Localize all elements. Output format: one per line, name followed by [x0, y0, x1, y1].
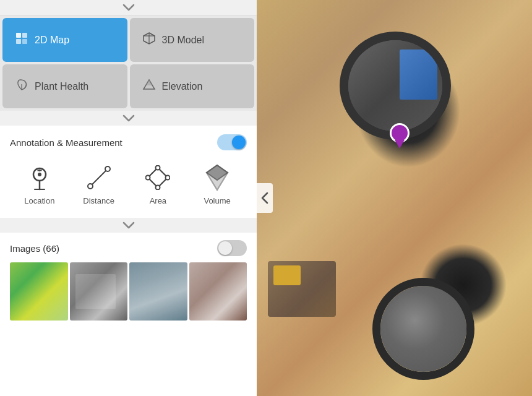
tool-distance-label: Distance: [83, 196, 114, 205]
tool-location-label: Location: [24, 196, 54, 205]
annotation-tools: Location Distance: [10, 159, 247, 212]
btn-plant-health[interactable]: Plant Health: [2, 64, 127, 108]
svg-point-11: [38, 173, 41, 176]
image-grid: [10, 262, 247, 321]
thumbnail-1[interactable]: [10, 262, 68, 321]
thumbnail-2[interactable]: [70, 262, 128, 321]
tool-location[interactable]: Location: [21, 163, 58, 205]
tank-top-detail: [400, 50, 437, 100]
btn-elevation-label: Elevation: [162, 81, 203, 92]
thumbnail-4[interactable]: [189, 262, 247, 321]
images-toggle[interactable]: [217, 240, 247, 256]
btn-3d-model-label: 3D Model: [162, 35, 204, 46]
svg-marker-19: [148, 168, 168, 187]
location-pin: [390, 123, 410, 150]
tool-area-label: Area: [150, 196, 166, 205]
images-toggle-thumb: [218, 241, 232, 255]
svg-point-22: [156, 186, 160, 190]
annotation-toggle[interactable]: [217, 134, 247, 150]
btn-elevation[interactable]: Elevation: [130, 64, 255, 108]
location-icon: [25, 163, 54, 192]
tank-bottom: [372, 278, 474, 380]
tool-volume-label: Volume: [204, 196, 230, 205]
excavator: [273, 265, 301, 285]
map-collapse-btn[interactable]: [257, 183, 273, 213]
svg-line-18: [92, 171, 106, 184]
collapse-mid[interactable]: [0, 111, 257, 126]
distance-icon: [84, 163, 114, 192]
area-icon: [143, 163, 173, 192]
svg-rect-0: [16, 33, 21, 38]
collapse-bot[interactable]: [0, 218, 257, 233]
left-panel: 2D Map 3D Model Plant Health: [0, 0, 257, 396]
annotation-header: Annotation & Measurement: [10, 134, 247, 150]
svg-rect-1: [22, 33, 27, 38]
svg-point-23: [146, 176, 150, 180]
map-icon: [15, 32, 28, 48]
tool-area[interactable]: Area: [139, 163, 176, 205]
svg-rect-2: [16, 39, 21, 44]
tool-volume[interactable]: Volume: [199, 163, 236, 205]
thumbnail-3[interactable]: [129, 262, 187, 321]
view-mode-grid: 2D Map 3D Model Plant Health: [0, 15, 257, 111]
mountain-icon: [142, 78, 156, 95]
svg-point-20: [156, 166, 160, 170]
btn-plant-health-label: Plant Health: [35, 81, 88, 92]
btn-3d-model[interactable]: 3D Model: [130, 18, 255, 62]
tank-top-inner: [348, 40, 442, 131]
btn-2d-map-label: 2D Map: [35, 35, 69, 46]
tank-bottom-inner: [380, 286, 466, 372]
images-section: Images (66): [0, 233, 257, 396]
leaf-icon: [15, 78, 28, 95]
cube-icon: [142, 32, 156, 48]
images-title: Images (66): [10, 243, 59, 254]
images-header: Images (66): [10, 240, 247, 256]
pin-circle: [390, 123, 410, 143]
map-panel[interactable]: [257, 0, 532, 396]
annotation-section: Annotation & Measurement: [0, 126, 257, 218]
volume-icon: [202, 163, 232, 192]
collapse-top[interactable]: [0, 0, 257, 15]
svg-point-21: [166, 176, 170, 180]
svg-rect-3: [22, 39, 27, 44]
toggle-thumb: [232, 136, 246, 149]
tool-distance[interactable]: Distance: [80, 163, 118, 205]
annotation-title: Annotation & Measurement: [10, 137, 122, 148]
btn-2d-map[interactable]: 2D Map: [2, 18, 127, 62]
